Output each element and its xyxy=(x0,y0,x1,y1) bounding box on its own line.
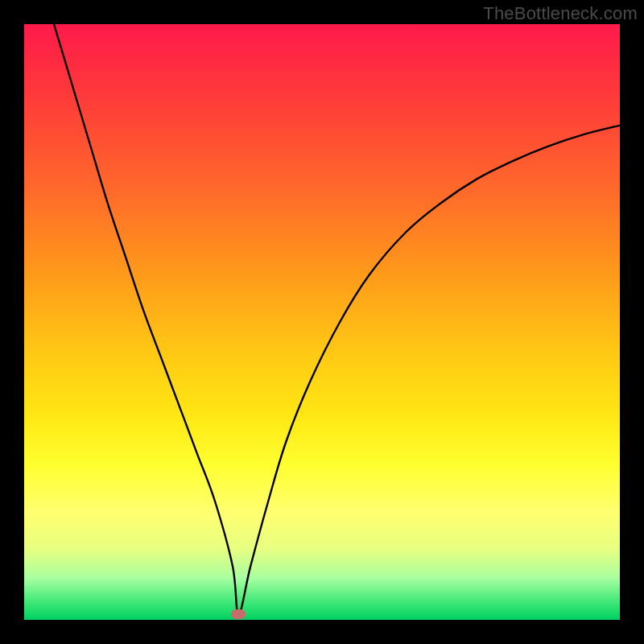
chart-frame: TheBottleneck.com xyxy=(0,0,644,644)
plot-area xyxy=(24,24,620,620)
optimum-marker xyxy=(231,609,246,619)
bottleneck-curve xyxy=(54,24,620,614)
watermark-text: TheBottleneck.com xyxy=(483,3,638,24)
curve-svg xyxy=(24,24,620,620)
